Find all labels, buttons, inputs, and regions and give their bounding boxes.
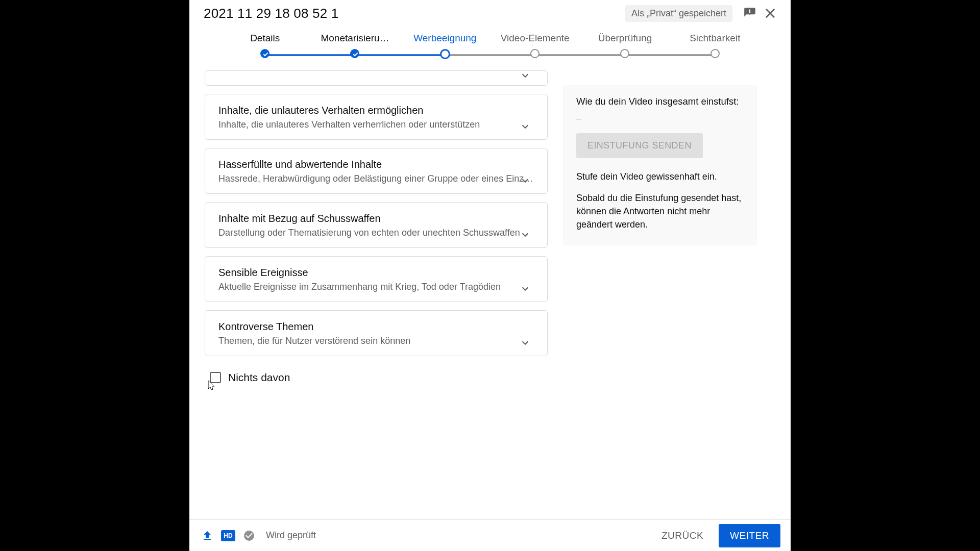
summary-column: Wie du dein Video insgesamt einstufst: –…: [563, 70, 757, 519]
submit-rating-button[interactable]: EINSTUFUNG SENDEN: [576, 133, 703, 158]
step-monetization[interactable]: Monetarisieru…: [310, 33, 400, 61]
card-description: Themen, die für Nutzer verstörend sein k…: [218, 336, 534, 346]
card-description: Hassrede, Herabwürdigung oder Belästigun…: [218, 173, 534, 184]
chevron-down-icon: [520, 70, 531, 83]
card-title: Sensible Ereignisse: [218, 267, 534, 279]
chevron-down-icon: [520, 229, 531, 242]
questionnaire-column: Inhalte, die unlauteres Verhalten ermögl…: [205, 70, 548, 519]
question-card[interactable]: Inhalte, die unlauteres Verhalten ermögl…: [205, 94, 548, 140]
hd-icon: HD: [221, 530, 235, 541]
chevron-down-icon: [520, 175, 531, 188]
question-card[interactable]: [205, 70, 548, 86]
question-card[interactable]: Hasserfüllte und abwertende Inhalte Hass…: [205, 148, 548, 194]
rating-value: –: [576, 113, 744, 124]
panel-heading: Wie du dein Video insgesamt einstufst:: [576, 96, 744, 107]
save-status-pill: Als „Privat“ gespeichert: [625, 5, 732, 22]
card-description: Darstellung oder Thematisierung von echt…: [218, 228, 534, 238]
rating-panel: Wie du dein Video insgesamt einstufst: –…: [563, 85, 757, 245]
panel-note: Sobald du die Einstufung gesendet hast, …: [576, 191, 744, 231]
processing-status: Wird geprüft: [266, 530, 646, 541]
dialog-header: 2021 11 29 18 08 52 1 Als „Privat“ gespe…: [189, 0, 791, 27]
cursor-icon: [207, 380, 217, 394]
step-video-elements[interactable]: Video-Elemente: [490, 33, 580, 61]
chevron-down-icon: [520, 283, 531, 296]
none-of-the-above-row: Nichts davon: [205, 364, 548, 384]
dialog-body: Inhalte, die unlauteres Verhalten ermögl…: [189, 70, 791, 519]
card-title: Inhalte mit Bezug auf Schusswaffen: [218, 213, 534, 224]
card-title: Inhalte, die unlauteres Verhalten ermögl…: [218, 105, 534, 116]
upload-dialog: 2021 11 29 18 08 52 1 Als „Privat“ gespe…: [189, 0, 791, 551]
none-label: Nichts davon: [228, 371, 290, 384]
chevron-down-icon: [520, 337, 531, 350]
question-card[interactable]: Inhalte mit Bezug auf Schusswaffen Darst…: [205, 202, 548, 248]
close-icon[interactable]: [760, 3, 780, 23]
card-description: Inhalte, die unlauteres Verhalten verher…: [218, 119, 534, 130]
stepper: Details Monetarisieru… Werbeeignung Vide…: [189, 27, 791, 70]
upload-icon: [200, 528, 215, 543]
dialog-footer: HD Wird geprüft ZURÜCK WEITER: [189, 519, 791, 551]
question-card[interactable]: Kontroverse Themen Themen, die für Nutze…: [205, 310, 548, 356]
step-ad-suitability[interactable]: Werbeeignung: [400, 33, 490, 61]
video-title: 2021 11 29 18 08 52 1: [204, 6, 625, 21]
chevron-down-icon: [520, 121, 531, 134]
back-button[interactable]: ZURÜCK: [652, 525, 713, 546]
feedback-icon[interactable]: [740, 3, 760, 23]
step-details[interactable]: Details: [220, 33, 310, 61]
step-checks[interactable]: Überprüfung: [580, 33, 670, 61]
next-button[interactable]: WEITER: [719, 524, 780, 547]
panel-hint: Stufe dein Video gewissenhaft ein.: [576, 171, 744, 182]
check-icon: [241, 528, 257, 543]
card-title: Hasserfüllte und abwertende Inhalte: [218, 159, 534, 170]
step-visibility[interactable]: Sichtbarkeit: [670, 33, 760, 61]
question-card[interactable]: Sensible Ereignisse Aktuelle Ereignisse …: [205, 256, 548, 302]
card-title: Kontroverse Themen: [218, 321, 534, 333]
card-description: Aktuelle Ereignisse im Zusammenhang mit …: [218, 282, 534, 292]
